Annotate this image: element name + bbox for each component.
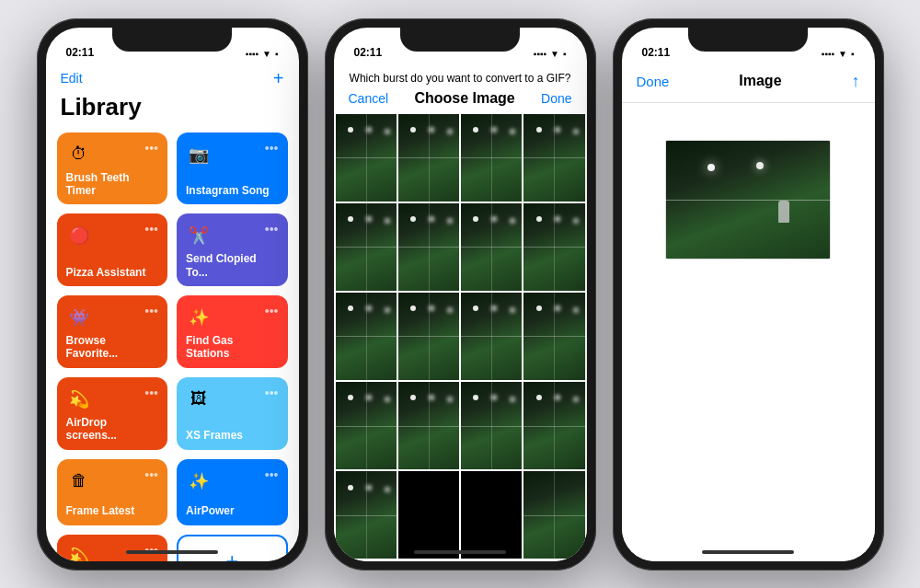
tile-dots[interactable]: ••• — [144, 305, 158, 317]
tile-dots[interactable]: ••• — [265, 468, 279, 481]
xs-frames-label: XS Frames — [186, 429, 279, 442]
burst-cell-9[interactable] — [336, 293, 397, 380]
airpower-icon: ✨ — [186, 468, 212, 494]
image-display-area — [622, 103, 875, 561]
send-copied-label: Send Clopied To... — [186, 252, 279, 279]
tile-dots[interactable]: ••• — [144, 386, 158, 399]
instagram-label: Instagram Song — [186, 184, 279, 197]
airdrop-icon: 💫 — [66, 386, 92, 412]
burst-cell-8[interactable] — [523, 203, 584, 291]
tile-pizza[interactable]: 🔴 ••• Pizza Assistant — [57, 213, 168, 286]
court-line — [666, 200, 830, 201]
burst-cell-12[interactable] — [523, 293, 584, 380]
brush-teeth-label: Brush Teeth Timer — [66, 171, 159, 198]
tile-frame-latest[interactable]: 🗑 ••• Frame Latest — [57, 459, 168, 525]
notch-2 — [400, 28, 520, 52]
done-button[interactable]: Done — [637, 74, 670, 89]
airpower-label: AirPower — [186, 504, 279, 517]
home-indicator-3 — [702, 550, 794, 554]
burst-cell-10[interactable] — [398, 293, 459, 380]
burst-cell-18[interactable] — [398, 471, 459, 559]
notch — [112, 28, 232, 52]
home-indicator-2 — [414, 550, 506, 554]
tile-dots[interactable]: ••• — [265, 305, 279, 317]
cancel-button[interactable]: Cancel — [349, 91, 389, 106]
burst-cell-1[interactable] — [336, 114, 397, 202]
tile-instagram[interactable]: 📷 ••• Instagram Song — [177, 133, 288, 205]
choose-done-button[interactable]: Done — [541, 91, 571, 106]
choose-title: Choose Image — [414, 90, 514, 107]
tile-create-shortcut[interactable]: + Create Shortcut — [177, 535, 288, 561]
court-light-left — [707, 164, 715, 171]
burst-cell-7[interactable] — [461, 203, 522, 291]
tile-dots[interactable]: ••• — [265, 223, 279, 236]
result-court-bg — [666, 141, 830, 259]
phone-library: 02:11 ▪▪▪▪ ▼ ▪ Edit + Library — [37, 18, 308, 571]
tile-brush-teeth[interactable]: ⏱ ••• Brush Teeth Timer — [57, 133, 168, 205]
tile-dots[interactable]: ••• — [144, 468, 158, 481]
signal-icon-3: ▪▪▪▪ — [822, 49, 834, 59]
add-shortcut-button[interactable]: + — [273, 68, 284, 89]
tile-burst-gif[interactable]: 💫 ••• Burst to GIF — [57, 535, 168, 561]
choose-image-header: Which burst do you want to convert to a … — [334, 64, 587, 112]
burst-cell-19[interactable] — [461, 471, 522, 559]
burst-grid — [334, 112, 587, 561]
shortcuts-grid: ⏱ ••• Brush Teeth Timer 📷 ••• Instagram … — [46, 129, 299, 561]
find-gas-label: Find Gas Stations — [186, 334, 279, 361]
wifi-icon-2: ▼ — [550, 49, 559, 59]
share-button[interactable]: ↑ — [851, 72, 859, 91]
image-header: Done Image ↑ — [622, 64, 875, 103]
create-plus-icon: + — [225, 548, 238, 561]
status-icons-3: ▪▪▪▪ ▼ ▪ — [822, 49, 855, 59]
tile-dots[interactable]: ••• — [265, 386, 279, 399]
signal-icon-2: ▪▪▪▪ — [534, 49, 546, 59]
library-title: Library — [61, 93, 284, 121]
browse-favorites-label: Browse Favorite... — [66, 334, 159, 361]
tile-browse-favorites[interactable]: 👾 ••• Browse Favorite... — [57, 295, 168, 368]
tile-dots[interactable]: ••• — [144, 223, 158, 236]
pizza-icon: 🔴 — [66, 223, 92, 248]
frames-icon: 🖼 — [186, 386, 212, 412]
burst-cell-20[interactable] — [523, 471, 584, 559]
library-header: Edit + Library — [46, 64, 299, 129]
brush-teeth-icon: ⏱ — [66, 142, 92, 167]
tile-airdrop[interactable]: 💫 ••• AirDrop screens... — [57, 377, 168, 450]
instagram-icon: 📷 — [186, 142, 212, 167]
status-time-3: 02:11 — [642, 46, 671, 59]
burst-cell-5[interactable] — [336, 203, 397, 291]
battery-icon-2: ▪ — [563, 49, 567, 59]
burst-cell-6[interactable] — [398, 203, 459, 291]
tile-send-copied[interactable]: ✂️ ••• Send Clopied To... — [177, 213, 288, 286]
choose-action-bar: Cancel Choose Image Done — [345, 90, 576, 107]
home-indicator-1 — [126, 550, 218, 554]
tile-airpower[interactable]: ✨ ••• AirPower — [177, 459, 288, 525]
burst-cell-15[interactable] — [461, 382, 522, 469]
status-icons-1: ▪▪▪▪ ▼ ▪ — [246, 49, 279, 59]
burst-cell-13[interactable] — [336, 382, 397, 469]
tile-xs-frames[interactable]: 🖼 ••• XS Frames — [177, 377, 288, 450]
burst-cell-3[interactable] — [461, 114, 522, 202]
notch-3 — [688, 28, 808, 52]
scissors-icon: ✂️ — [186, 223, 212, 248]
frame-latest-label: Frame Latest — [66, 504, 159, 517]
phones-container: 02:11 ▪▪▪▪ ▼ ▪ Edit + Library — [37, 18, 884, 571]
edit-button[interactable]: Edit — [61, 71, 83, 86]
burst-cell-11[interactable] — [461, 293, 522, 380]
burst-cell-16[interactable] — [523, 382, 584, 469]
court-player-figure — [778, 201, 789, 223]
burst-cell-14[interactable] — [398, 382, 459, 469]
choose-image-screen: Which burst do you want to convert to a … — [334, 64, 587, 561]
burst-cell-4[interactable] — [523, 114, 584, 202]
tile-dots[interactable]: ••• — [144, 142, 158, 155]
pizza-label: Pizza Assistant — [66, 266, 159, 279]
status-time-1: 02:11 — [66, 46, 95, 59]
tile-find-gas[interactable]: ✨ ••• Find Gas Stations — [177, 295, 288, 368]
wifi-icon: ▼ — [262, 49, 271, 59]
phone-choose-image: 02:11 ▪▪▪▪ ▼ ▪ Which burst do you want t… — [325, 18, 596, 571]
tile-dots[interactable]: ••• — [265, 142, 279, 155]
burst-cell-2[interactable] — [398, 114, 459, 202]
choose-question: Which burst do you want to convert to a … — [345, 72, 576, 85]
burst-cell-17[interactable] — [336, 471, 397, 559]
frame-icon: 🗑 — [66, 468, 92, 494]
image-result-title: Image — [739, 73, 781, 89]
